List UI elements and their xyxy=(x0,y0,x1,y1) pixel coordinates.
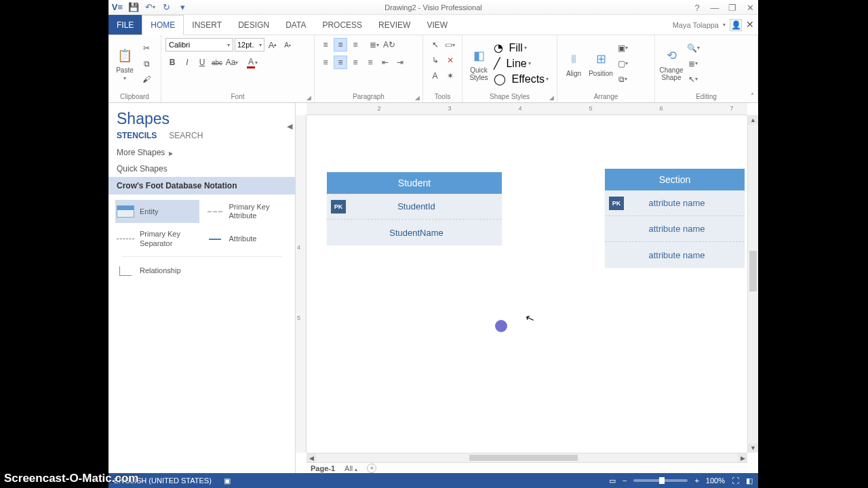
entity-student-header[interactable]: Student xyxy=(327,172,502,194)
vertical-scrollbar[interactable]: ▲ ▼ xyxy=(747,115,758,453)
tab-process[interactable]: PROCESS xyxy=(314,15,370,35)
decrease-indent-icon[interactable]: ⇤ xyxy=(378,56,392,69)
entity-section-row-3[interactable]: attribute name xyxy=(605,242,745,268)
scroll-down-icon[interactable]: ▼ xyxy=(748,443,758,453)
text-direction-icon[interactable]: A↻ xyxy=(382,38,396,52)
master-attribute[interactable]: Attribute xyxy=(205,227,289,250)
attr-placeholder-2[interactable]: attribute name xyxy=(628,224,745,234)
grow-font-icon[interactable]: A▴ xyxy=(266,38,279,52)
master-pk-separator[interactable]: Primary Key Separator xyxy=(115,227,199,250)
position-button[interactable]: ⊞Position xyxy=(589,49,613,77)
align-top-icon[interactable]: ≡ xyxy=(319,38,332,52)
connection-point-icon[interactable]: ✶ xyxy=(443,69,457,83)
horizontal-scrollbar[interactable]: ◀ ▶ xyxy=(307,453,747,462)
stencil-crows-foot[interactable]: Crow's Foot Database Notation xyxy=(108,177,295,195)
scroll-right-icon[interactable]: ▶ xyxy=(738,453,747,462)
save-icon[interactable]: 💾 xyxy=(127,1,140,14)
user-account[interactable]: Maya Tolappa▾ 👤 xyxy=(673,15,742,35)
font-name-select[interactable]: Calibri▾ xyxy=(165,38,233,52)
rectangle-tool-icon[interactable]: ▭▾ xyxy=(443,38,457,52)
attr-placeholder-3[interactable]: attribute name xyxy=(628,250,745,260)
align-center-icon[interactable]: ≡ xyxy=(334,56,347,69)
master-relationship[interactable]: Relationship xyxy=(115,262,199,280)
attr-studentid[interactable]: StudentId xyxy=(350,201,502,211)
qat-customize-icon[interactable]: ▾ xyxy=(176,1,189,14)
entity-student-row-2[interactable]: StudentName xyxy=(327,220,502,245)
entity-student[interactable]: Student PK StudentId StudentName xyxy=(327,172,502,245)
entity-student-row-1[interactable]: PK StudentId xyxy=(327,194,502,220)
tab-view[interactable]: VIEW xyxy=(418,15,456,35)
pan-zoom-icon[interactable]: ◧ xyxy=(746,476,753,485)
justify-icon[interactable]: ≡ xyxy=(363,56,377,69)
align-bottom-icon[interactable]: ≡ xyxy=(349,38,362,52)
entity-section-row-1[interactable]: PK attribute name xyxy=(605,190,745,216)
align-left-icon[interactable]: ≡ xyxy=(319,56,332,69)
align-button[interactable]: ⫴Align xyxy=(561,49,586,77)
change-case-button[interactable]: Aa▾ xyxy=(225,56,239,69)
align-right-icon[interactable]: ≡ xyxy=(349,56,362,69)
page-tab-1[interactable]: Page-1 xyxy=(311,464,335,472)
line-button[interactable]: ╱ Line▾ xyxy=(494,57,549,70)
tab-data[interactable]: DATA xyxy=(277,15,314,35)
attr-studentname[interactable]: StudentName xyxy=(350,228,502,238)
scroll-up-icon[interactable]: ▲ xyxy=(748,115,758,125)
font-dialog-launcher-icon[interactable]: ◢ xyxy=(307,94,311,101)
cut-icon[interactable]: ✂ xyxy=(140,41,153,55)
copy-icon[interactable]: ⧉ xyxy=(140,57,153,70)
tab-design[interactable]: DESIGN xyxy=(230,15,277,35)
find-icon[interactable]: 🔍▾ xyxy=(686,41,700,55)
zoom-slider[interactable] xyxy=(633,479,688,482)
macro-recording-icon[interactable]: ▣ xyxy=(224,476,231,485)
quick-shapes-link[interactable]: Quick Shapes xyxy=(108,161,295,177)
underline-button[interactable]: U xyxy=(195,56,209,69)
fill-button[interactable]: ◔ Fill▾ xyxy=(494,41,549,54)
zoom-out-button[interactable]: − xyxy=(623,476,627,485)
collapse-shapes-pane-icon[interactable]: ◀ xyxy=(287,122,292,131)
bring-front-icon[interactable]: ▣▾ xyxy=(616,41,629,55)
bold-button[interactable]: B xyxy=(165,56,179,69)
tab-review[interactable]: REVIEW xyxy=(370,15,418,35)
bullets-icon[interactable]: ≣▾ xyxy=(368,38,381,52)
help-button[interactable]: ? xyxy=(692,3,703,13)
tab-insert[interactable]: INSERT xyxy=(184,15,230,35)
tab-home[interactable]: HOME xyxy=(142,15,184,35)
add-page-button[interactable]: + xyxy=(367,464,376,473)
layers-icon[interactable]: ≣▾ xyxy=(686,57,700,70)
font-size-select[interactable]: 12pt.▾ xyxy=(235,38,264,52)
zoom-level[interactable]: 100% xyxy=(706,476,725,485)
entity-section-header[interactable]: Section xyxy=(605,169,745,190)
quick-styles-button[interactable]: ◧ Quick Styles xyxy=(467,46,491,81)
drawing-canvas[interactable]: Student PK StudentId StudentName Section… xyxy=(307,115,747,453)
delete-tool-icon[interactable]: ✕ xyxy=(443,54,457,67)
restore-button[interactable]: ❐ xyxy=(727,3,738,13)
shapestyles-dialog-launcher-icon[interactable]: ◢ xyxy=(549,94,554,101)
collapse-ribbon-icon[interactable]: ˄ xyxy=(751,92,754,100)
shrink-font-icon[interactable]: A▾ xyxy=(281,38,294,52)
undo-icon[interactable]: ↶▾ xyxy=(144,1,156,14)
entity-section-row-2[interactable]: attribute name xyxy=(605,216,745,242)
close-button[interactable]: ✕ xyxy=(745,3,755,13)
close-document-button[interactable]: ✕ xyxy=(745,19,755,30)
master-entity[interactable]: Entity xyxy=(115,200,199,223)
group-shapes-icon[interactable]: ⧉▾ xyxy=(616,73,629,86)
italic-button[interactable]: I xyxy=(180,56,194,69)
paragraph-dialog-launcher-icon[interactable]: ◢ xyxy=(415,94,420,101)
more-shapes-link[interactable]: More Shapes▶ xyxy=(108,144,295,161)
attr-placeholder-1[interactable]: attribute name xyxy=(628,198,745,208)
tab-file[interactable]: FILE xyxy=(108,15,142,35)
h-scroll-thumb[interactable] xyxy=(469,455,578,461)
paste-button[interactable]: 📋 Paste ▾ xyxy=(113,46,137,81)
increase-indent-icon[interactable]: ⇥ xyxy=(393,56,407,69)
master-pk-attribute[interactable]: Primary Key Attribute xyxy=(205,200,289,223)
zoom-slider-knob[interactable] xyxy=(659,477,665,484)
effects-button[interactable]: ◯ Effects▾ xyxy=(494,73,549,85)
change-shape-button[interactable]: ⟲Change Shape xyxy=(659,46,684,81)
fit-page-icon[interactable]: ⛶ xyxy=(732,476,739,485)
pointer-tool-icon[interactable]: ↖ xyxy=(429,38,442,52)
v-scroll-thumb[interactable] xyxy=(749,251,757,291)
text-tool-icon[interactable]: A xyxy=(429,69,442,83)
send-back-icon[interactable]: ▢▾ xyxy=(616,57,629,70)
align-middle-icon[interactable]: ≡ xyxy=(334,38,347,52)
zoom-in-button[interactable]: + xyxy=(694,476,698,485)
subtab-search[interactable]: SEARCH xyxy=(169,131,203,140)
